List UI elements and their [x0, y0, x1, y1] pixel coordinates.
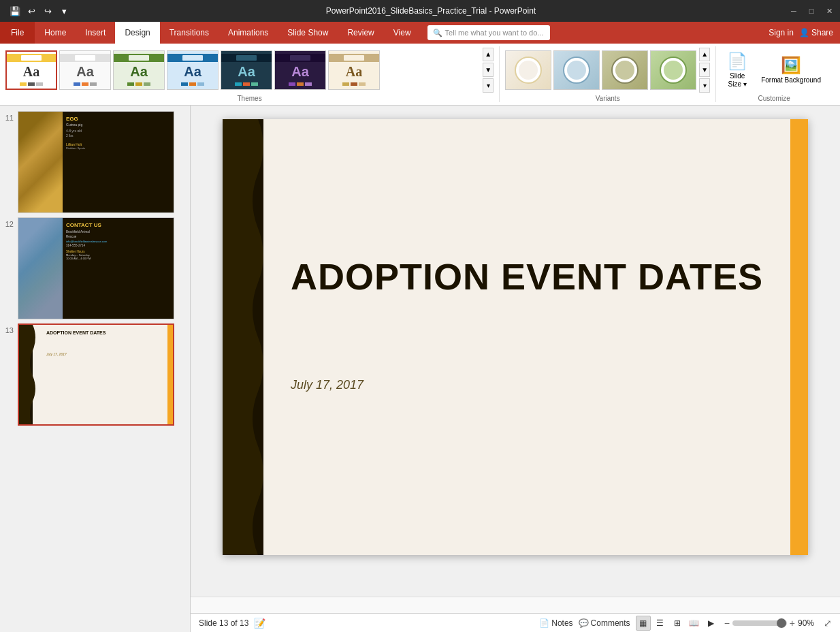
zoom-slider[interactable] — [732, 620, 787, 626]
status-bar: Slide 13 of 13 📝 📄 Notes 💬 Comments ▦ ☰ … — [191, 613, 840, 632]
slide-thumb-11[interactable]: 11 EGG Guinea pig 4.8 yrs old2 lbs Lilli… — [3, 111, 187, 213]
format-background-button[interactable]: 🖼️ Format Background — [756, 53, 826, 87]
slide-number-12: 12 — [3, 217, 14, 228]
themes-scroll-down[interactable]: ▼ — [483, 63, 494, 77]
slide-preview-12[interactable]: CONTACT US Brookfield AnimalRescue info@… — [18, 217, 174, 319]
themes-row: Aa Aa — [5, 48, 480, 93]
save-icon[interactable]: 💾 — [8, 4, 22, 18]
normal-view-button[interactable]: ▦ — [636, 616, 651, 631]
customize-qat-icon[interactable]: ▾ — [57, 4, 71, 18]
theme-4[interactable]: Aa — [167, 50, 219, 90]
tab-insert[interactable]: Insert — [76, 22, 115, 44]
themes-scroll-more[interactable]: ▾ — [483, 78, 494, 93]
slide-11-person2: Dietitian: Sports — [66, 146, 170, 150]
themes-content: Aa Aa — [5, 46, 494, 93]
zoom-out-button[interactable]: − — [724, 618, 730, 629]
slide-info: Slide 13 of 13 — [199, 618, 248, 628]
slide-canvas-scroll[interactable]: ADOPTION EVENT DATES July 17, 2017 — [191, 106, 840, 597]
reading-view-button[interactable]: 📖 — [687, 616, 702, 631]
slide-main-date: July 17, 2017 — [291, 378, 364, 392]
variant-4[interactable] — [650, 50, 696, 90]
ribbon: File Home Insert Design Transitions Anim… — [0, 22, 840, 106]
notes-icon: 📝 — [254, 618, 265, 629]
slide-11-content: EGG Guinea pig 4.8 yrs old2 lbs Lillian … — [63, 112, 174, 212]
slide-preview-13[interactable]: ADOPTION EVENT DATES July 17, 2017 — [18, 323, 174, 426]
presenter-view-button[interactable]: ▶ — [704, 616, 719, 631]
slide-size-button[interactable]: 📄 SlideSize ▾ — [722, 49, 753, 91]
tab-view[interactable]: View — [384, 22, 421, 44]
variants-scroll-more[interactable]: ▾ — [699, 78, 710, 93]
window-title: PowerPoint2016_SlideBasics_Practice_Tria… — [74, 6, 788, 16]
slide-12-content: CONTACT US Brookfield AnimalRescue info@… — [63, 218, 174, 319]
variant-3[interactable] — [602, 50, 648, 90]
theme-7[interactable]: Aa — [328, 50, 380, 90]
slide-11-type: Guinea pig — [66, 123, 170, 127]
minimize-button[interactable]: ─ — [788, 5, 799, 16]
tab-home[interactable]: Home — [35, 22, 76, 44]
ribbon-content: Aa Aa — [0, 44, 840, 105]
tab-transitions[interactable]: Transitions — [160, 22, 219, 44]
theme-2[interactable]: Aa — [59, 50, 111, 90]
notes-btn-label: Notes — [551, 618, 572, 628]
outline-view-button[interactable]: ☰ — [653, 616, 668, 631]
variants-group: ▲ ▼ ▾ Variants — [505, 46, 716, 102]
tab-review[interactable]: Review — [338, 22, 383, 44]
slide-13-date-thumb: July 17, 2017 — [46, 352, 163, 356]
variants-row — [505, 50, 696, 90]
zoom-controls: − + 90% — [724, 618, 818, 629]
share-button[interactable]: 👤 Share — [799, 28, 833, 37]
themes-group: Aa Aa — [5, 46, 500, 102]
zoom-thumb — [777, 618, 786, 628]
quick-access-toolbar: 💾 ↩ ↪ ▾ — [5, 4, 74, 18]
themes-scroll-up[interactable]: ▲ — [483, 48, 494, 62]
notes-button[interactable]: 📄 Notes — [539, 618, 572, 628]
theme-6[interactable]: Aa — [274, 50, 326, 90]
slide-number-13: 13 — [3, 323, 14, 334]
main-area: 11 EGG Guinea pig 4.8 yrs old2 lbs Lilli… — [0, 106, 840, 632]
notes-bar — [191, 597, 840, 613]
redo-icon[interactable]: ↪ — [41, 4, 54, 18]
slide-number-11: 11 — [3, 111, 14, 122]
slide-panel: 11 EGG Guinea pig 4.8 yrs old2 lbs Lilli… — [0, 106, 191, 632]
slide-11-details: 4.8 yrs old2 lbs — [66, 129, 170, 138]
tab-file[interactable]: File — [0, 22, 35, 44]
ribbon-tabs: File Home Insert Design Transitions Anim… — [0, 22, 840, 44]
tab-design[interactable]: Design — [115, 22, 159, 44]
sign-in-button[interactable]: Sign in — [769, 28, 794, 37]
title-left: 💾 ↩ ↪ ▾ — [5, 4, 74, 18]
status-left: Slide 13 of 13 📝 — [199, 618, 265, 629]
comments-label: Comments — [591, 618, 630, 628]
slide-12-contact-title: CONTACT US — [66, 222, 170, 228]
slide-11-title: EGG — [66, 116, 170, 122]
slide-sorter-button[interactable]: ⊞ — [670, 616, 685, 631]
slide-canvas: ADOPTION EVENT DATES July 17, 2017 — [223, 119, 808, 555]
fit-slide-button[interactable]: ⤢ — [824, 618, 832, 629]
tab-animations[interactable]: Animations — [219, 22, 278, 44]
search-input[interactable]: Tell me what you want to do... — [445, 29, 544, 37]
zoom-level: 90% — [798, 618, 818, 628]
slide-13-title-thumb: ADOPTION EVENT DATES — [46, 330, 163, 336]
slide-12-time: 10:00 AM – 4:00 PM — [66, 257, 170, 260]
close-button[interactable]: ✕ — [824, 5, 835, 16]
slide-main-title: ADOPTION EVENT DATES — [291, 255, 763, 298]
slide-thumb-12[interactable]: 12 CONTACT US Brookfield AnimalRescue in… — [3, 217, 187, 319]
tab-slideshow[interactable]: Slide Show — [278, 22, 338, 44]
slide-size-label: SlideSize ▾ — [728, 72, 747, 89]
variants-scroll-down[interactable]: ▼ — [699, 63, 710, 77]
variant-1[interactable] — [505, 50, 551, 90]
variant-2[interactable] — [553, 50, 600, 90]
slide-preview-11[interactable]: EGG Guinea pig 4.8 yrs old2 lbs Lillian … — [18, 111, 174, 213]
variants-scroll-up[interactable]: ▲ — [699, 48, 710, 62]
slide-12-image — [18, 218, 63, 319]
title-bar: 💾 ↩ ↪ ▾ PowerPoint2016_SlideBasics_Pract… — [0, 0, 840, 22]
undo-icon[interactable]: ↩ — [25, 4, 38, 18]
comments-button[interactable]: 💬 Comments — [579, 618, 630, 628]
themes-label: Themes — [5, 93, 494, 102]
theme-office[interactable]: Aa — [5, 50, 57, 90]
slide-thumb-13[interactable]: 13 ADOPTION EVENT DATES July 17, 2017 — [3, 323, 187, 426]
theme-5[interactable]: Aa — [221, 50, 272, 90]
theme-3[interactable]: Aa — [113, 50, 165, 90]
zoom-in-button[interactable]: + — [790, 618, 795, 629]
slide-wavy-svg — [223, 119, 277, 555]
maximize-button[interactable]: □ — [806, 5, 817, 16]
